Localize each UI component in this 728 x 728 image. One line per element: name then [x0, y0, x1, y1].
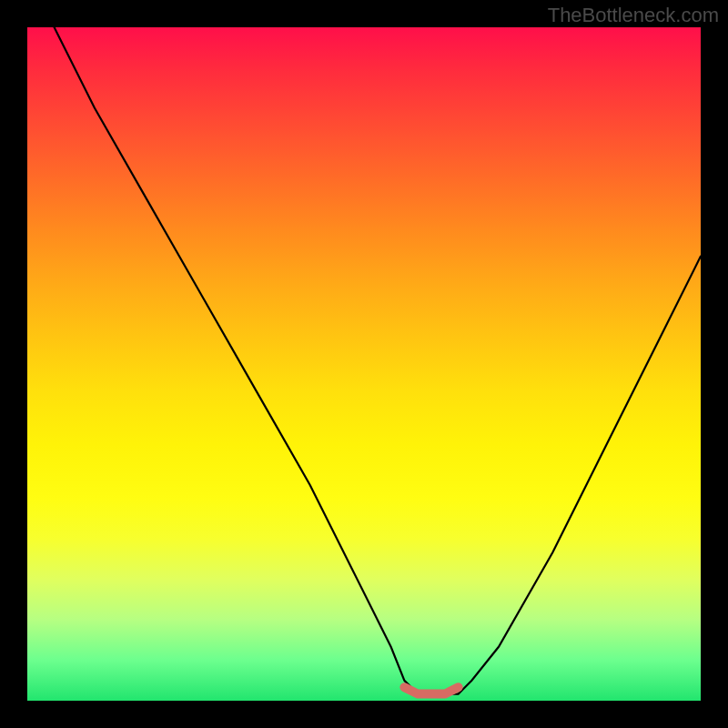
plot-gradient-area [27, 27, 701, 701]
bottleneck-floor-path [404, 687, 458, 693]
chart-frame: TheBottleneck.com [0, 0, 728, 728]
bottleneck-curve-path [55, 27, 701, 694]
curve-layer [27, 27, 701, 701]
watermark-text: TheBottleneck.com [548, 4, 719, 27]
